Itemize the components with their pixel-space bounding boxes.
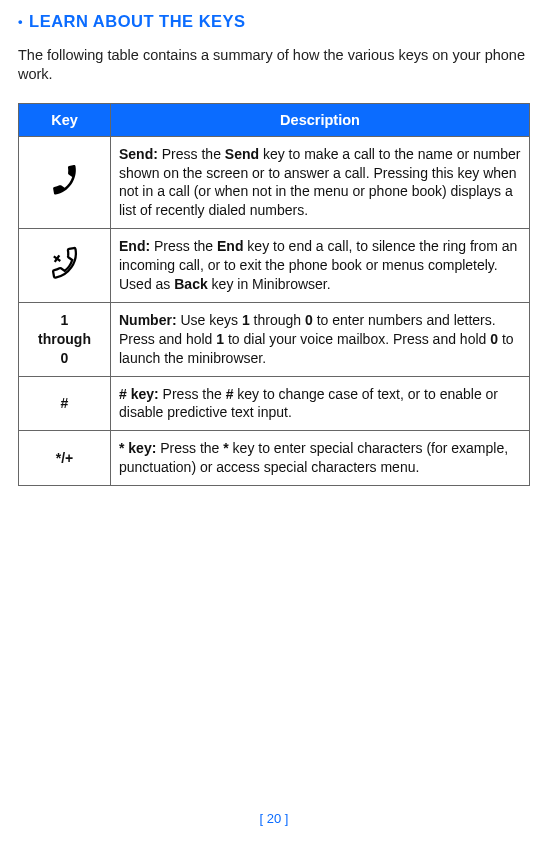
heading-text: LEARN ABOUT THE KEYS: [29, 12, 246, 30]
desc-bold-send2: Send: [225, 146, 259, 162]
desc-bold-1b: 1: [216, 331, 224, 347]
desc-bold-hash: # key:: [119, 386, 159, 402]
desc-bold-0b: 0: [490, 331, 498, 347]
key-cell-star: */+: [19, 431, 111, 486]
table-row: Send: Press the Send key to make a call …: [19, 136, 530, 229]
desc-text: Use keys: [177, 312, 242, 328]
header-description: Description: [111, 103, 530, 136]
key-cell-end: [19, 229, 111, 303]
desc-text: Press the: [150, 238, 217, 254]
desc-cell-send: Send: Press the Send key to make a call …: [111, 136, 530, 229]
desc-bold-end3: Back: [174, 276, 207, 292]
desc-cell-hash: # key: Press the # key to change case of…: [111, 376, 530, 431]
table-row: */+ * key: Press the * key to enter spec…: [19, 431, 530, 486]
page-number: [ 20 ]: [0, 811, 548, 826]
desc-bold-end2: End: [217, 238, 243, 254]
keys-table: Key Description Send: Press the Send key…: [18, 103, 530, 486]
key-label-1: 1: [61, 312, 69, 328]
desc-bold-number: Number:: [119, 312, 177, 328]
bullet-icon: •: [18, 14, 23, 29]
desc-bold-star: * key:: [119, 440, 156, 456]
key-label-hash: #: [61, 395, 69, 411]
table-row: End: Press the End key to end a call, to…: [19, 229, 530, 303]
desc-cell-star: * key: Press the * key to enter special …: [111, 431, 530, 486]
desc-bold-end: End:: [119, 238, 150, 254]
key-label-star: */+: [56, 450, 74, 466]
desc-text: to dial your voice mailbox. Press and ho…: [224, 331, 490, 347]
desc-bold-0a: 0: [305, 312, 313, 328]
desc-bold-send: Send:: [119, 146, 158, 162]
key-cell-hash: #: [19, 376, 111, 431]
phone-end-icon: [48, 246, 82, 280]
desc-text: key in Minibrowser.: [208, 276, 331, 292]
desc-text: Press the: [159, 386, 226, 402]
header-key: Key: [19, 103, 111, 136]
desc-text: Press the: [158, 146, 225, 162]
desc-cell-number: Number: Use keys 1 through 0 to enter nu…: [111, 302, 530, 376]
section-heading: •LEARN ABOUT THE KEYS: [18, 12, 530, 31]
desc-text: Press the: [156, 440, 223, 456]
desc-bold-1a: 1: [242, 312, 250, 328]
table-row: 1 through 0 Number: Use keys 1 through 0…: [19, 302, 530, 376]
desc-cell-end: End: Press the End key to end a call, to…: [111, 229, 530, 303]
desc-text: through: [250, 312, 305, 328]
phone-send-icon: [48, 163, 82, 197]
key-label-through: through: [38, 331, 91, 347]
key-cell-send: [19, 136, 111, 229]
table-row: # # key: Press the # key to change case …: [19, 376, 530, 431]
document-page: •LEARN ABOUT THE KEYS The following tabl…: [0, 0, 548, 486]
intro-paragraph: The following table contains a summary o…: [18, 46, 530, 85]
key-label-0: 0: [61, 350, 69, 366]
key-cell-number: 1 through 0: [19, 302, 111, 376]
